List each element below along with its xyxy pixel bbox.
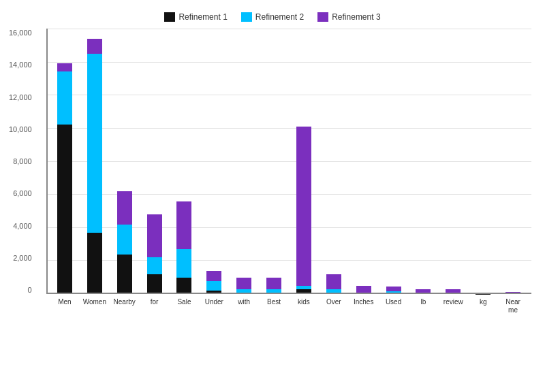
legend-label-2: Refinement 3 <box>332 12 380 22</box>
segment-r3-8 <box>296 127 311 286</box>
x-label-7: Best <box>259 298 289 314</box>
bar-group-12 <box>409 29 439 294</box>
x-label-4: Sale <box>170 298 200 314</box>
bar-group-4 <box>170 29 200 294</box>
x-label-8: kids <box>289 298 319 314</box>
bar-group-2 <box>110 29 140 294</box>
segment-r3-0 <box>57 63 72 71</box>
segment-r1-2 <box>117 255 132 295</box>
bar-group-6 <box>229 29 259 294</box>
bar-group-5 <box>199 29 229 294</box>
bar-group-15 <box>498 29 528 294</box>
y-axis: 16,00014,00012,00010,0008,0006,0004,0002… <box>9 29 32 294</box>
bar-stack-9 <box>326 274 341 294</box>
bar-group-14 <box>468 29 498 294</box>
bar-stack-8 <box>296 127 311 294</box>
y-axis-line <box>46 29 48 294</box>
y-label-8: 0 <box>28 286 32 294</box>
segment-r3-10 <box>356 286 371 292</box>
segment-r1-4 <box>176 278 191 294</box>
bar-group-9 <box>319 29 349 294</box>
bar-group-7 <box>259 29 289 294</box>
bar-stack-7 <box>266 278 281 294</box>
x-label-15: Nearme <box>498 298 528 314</box>
segment-r1-0 <box>57 125 72 294</box>
y-label-0: 16,000 <box>9 29 32 37</box>
segment-r2-4 <box>176 249 191 277</box>
segment-r3-7 <box>266 278 281 289</box>
x-label-12: lb <box>409 298 439 314</box>
legend-item-1: Refinement 2 <box>241 12 304 22</box>
segment-r3-3 <box>147 214 162 257</box>
bar-group-13 <box>438 29 468 294</box>
x-label-14: kg <box>468 298 498 314</box>
legend-label-0: Refinement 1 <box>178 12 227 22</box>
x-label-10: Inches <box>349 298 379 314</box>
segment-r3-2 <box>117 191 132 225</box>
x-label-13: review <box>438 298 468 314</box>
bar-stack-3 <box>147 214 162 294</box>
bar-group-11 <box>379 29 409 294</box>
segment-r3-1 <box>87 39 102 54</box>
y-label-6: 4,000 <box>13 222 32 230</box>
bar-group-3 <box>140 29 170 294</box>
x-labels: MenWomenNearbyforSaleUnderwithBestkidsOv… <box>46 298 531 314</box>
x-label-6: with <box>229 298 259 314</box>
bar-stack-4 <box>176 201 191 295</box>
segment-r1-1 <box>87 233 102 294</box>
bar-stack-5 <box>206 271 221 294</box>
x-label-5: Under <box>199 298 229 314</box>
segment-r2-2 <box>117 225 132 255</box>
segment-r3-11 <box>386 287 401 291</box>
x-label-2: Nearby <box>110 298 140 314</box>
x-label-11: Used <box>379 298 409 314</box>
x-label-1: Women <box>80 298 110 314</box>
legend-color-1 <box>241 12 252 22</box>
legend-item-2: Refinement 3 <box>317 12 380 22</box>
y-label-5: 6,000 <box>13 189 32 197</box>
segment-r2-0 <box>57 71 72 125</box>
y-label-1: 14,000 <box>9 61 32 69</box>
bars-area <box>46 29 531 294</box>
y-label-3: 10,000 <box>9 125 32 133</box>
legend-color-2 <box>317 12 328 22</box>
bar-stack-0 <box>57 63 72 294</box>
x-label-3: for <box>140 298 170 314</box>
x-label-0: Men <box>50 298 80 314</box>
segment-r1-3 <box>147 274 162 294</box>
bar-stack-6 <box>236 278 251 294</box>
segment-r2-1 <box>87 54 102 233</box>
bar-group-1 <box>80 29 110 294</box>
segment-r3-5 <box>206 271 221 281</box>
x-label-9: Over <box>319 298 349 314</box>
segment-r3-4 <box>176 201 191 250</box>
bar-group-0 <box>50 29 80 294</box>
bar-group-8 <box>289 29 319 294</box>
segment-r2-3 <box>147 257 162 274</box>
bar-group-10 <box>349 29 379 294</box>
y-label-4: 8,000 <box>13 157 32 165</box>
legend-item-0: Refinement 1 <box>164 12 227 22</box>
segment-r2-5 <box>206 281 221 291</box>
legend-label-1: Refinement 2 <box>255 12 304 22</box>
y-label-2: 12,000 <box>9 93 32 101</box>
bar-stack-1 <box>87 39 102 294</box>
segment-r3-6 <box>236 278 251 289</box>
segment-r3-9 <box>326 274 341 289</box>
chart-container: Refinement 1Refinement 2Refinement 3 16,… <box>0 0 545 392</box>
chart-legend: Refinement 1Refinement 2Refinement 3 <box>7 12 538 22</box>
chart-area: 16,00014,00012,00010,0008,0006,0004,0002… <box>46 29 531 314</box>
bar-stack-2 <box>117 191 132 294</box>
legend-color-0 <box>164 12 175 22</box>
x-axis-line <box>46 293 531 294</box>
y-label-7: 2,000 <box>13 254 32 262</box>
